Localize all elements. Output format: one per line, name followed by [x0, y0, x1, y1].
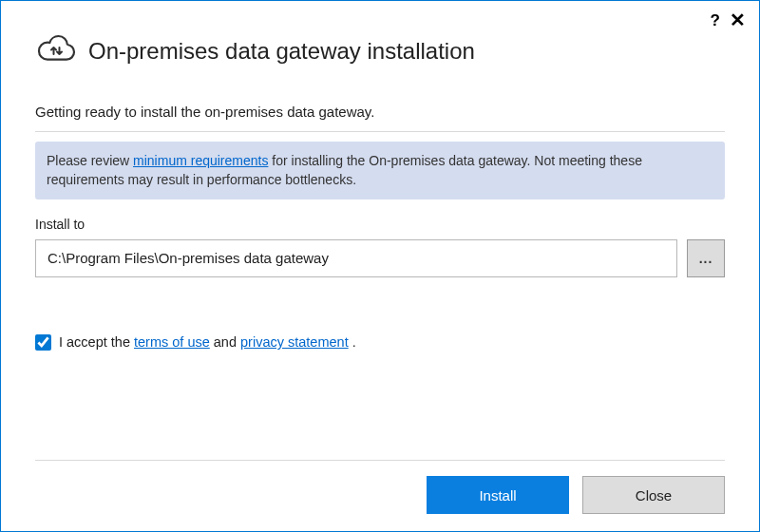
privacy-statement-link[interactable]: privacy statement	[240, 334, 349, 350]
consent-text: I accept the terms of use and privacy st…	[59, 334, 356, 350]
notice-prefix: Please review	[47, 153, 133, 168]
install-path-row: ...	[35, 239, 725, 277]
browse-button[interactable]: ...	[687, 239, 725, 277]
footer: Install Close	[35, 460, 725, 531]
install-path-input[interactable]	[35, 239, 677, 277]
consent-suffix: .	[349, 334, 356, 350]
requirements-notice: Please review minimum requirements for i…	[35, 142, 725, 200]
help-icon[interactable]: ?	[711, 12, 720, 28]
header: On-premises data gateway installation	[35, 33, 725, 69]
install-button[interactable]: Install	[427, 476, 569, 514]
consent-prefix: I accept the	[59, 334, 134, 350]
minimum-requirements-link[interactable]: minimum requirements	[133, 153, 268, 168]
close-icon[interactable]: ✕	[730, 10, 746, 29]
subtitle: Getting ready to install the on-premises…	[35, 104, 725, 132]
window-controls: ? ✕	[711, 10, 746, 29]
page-title: On-premises data gateway installation	[88, 38, 475, 65]
install-to-label: Install to	[35, 217, 725, 232]
close-button[interactable]: Close	[582, 476, 725, 514]
consent-row: I accept the terms of use and privacy st…	[35, 334, 725, 351]
accept-checkbox[interactable]	[35, 334, 51, 351]
terms-of-use-link[interactable]: terms of use	[134, 334, 210, 350]
consent-middle: and	[210, 334, 240, 350]
cloud-gateway-icon	[35, 33, 77, 69]
installer-window: ? ✕ On-premises data gateway installatio…	[0, 0, 760, 532]
